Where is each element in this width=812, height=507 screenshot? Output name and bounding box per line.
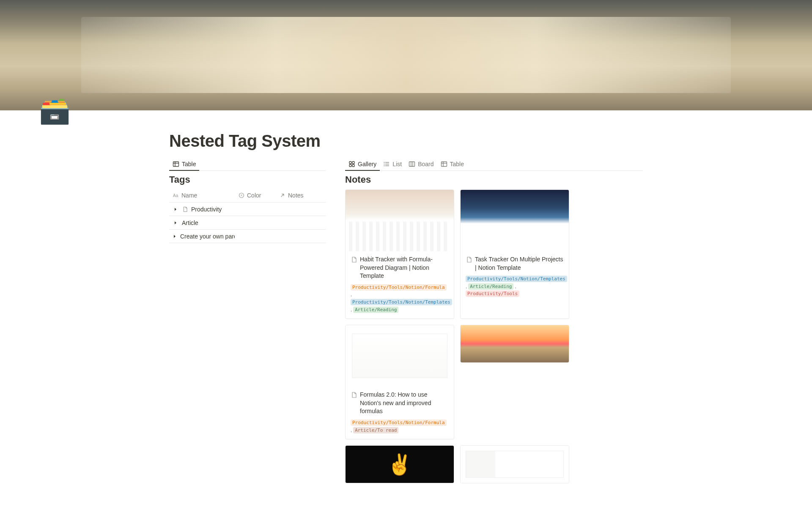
table-icon bbox=[441, 161, 447, 167]
cell-notes[interactable] bbox=[276, 234, 326, 239]
column-label: Notes bbox=[288, 192, 304, 199]
page-title[interactable]: Nested Tag System bbox=[169, 132, 643, 151]
svg-point-14 bbox=[384, 165, 385, 166]
page-icon[interactable]: 🗃️ bbox=[38, 94, 71, 127]
gallery-icon bbox=[348, 161, 355, 167]
tab-table[interactable]: Table bbox=[437, 158, 467, 171]
svg-rect-0 bbox=[173, 162, 179, 167]
table-header-row: Aa Name Color Notes bbox=[169, 189, 326, 203]
gallery-card[interactable]: Habit Tracker with Formula-Powered Diagr… bbox=[345, 189, 454, 319]
row-name: Article bbox=[182, 219, 198, 226]
relation-property-icon bbox=[279, 192, 285, 199]
tab-table[interactable]: Table bbox=[169, 158, 199, 171]
list-icon bbox=[383, 161, 390, 167]
cell-notes[interactable] bbox=[276, 207, 326, 212]
svg-point-13 bbox=[384, 164, 385, 164]
tags-view-tabs: Table bbox=[169, 158, 326, 171]
tag-separator: , bbox=[351, 292, 352, 297]
page-icon bbox=[351, 392, 357, 398]
card-title: Task Tracker On Multiple Projects | Noti… bbox=[475, 255, 564, 272]
tag-chip: Article/Reading bbox=[353, 307, 398, 313]
card-body: Formulas 2.0: How to use Notion's new an… bbox=[346, 386, 454, 439]
gallery-card[interactable] bbox=[460, 325, 569, 363]
tab-label: Table bbox=[450, 161, 464, 167]
tab-label: Board bbox=[418, 161, 433, 167]
page-icon bbox=[351, 256, 357, 263]
tag-separator: , bbox=[513, 284, 516, 289]
card-cover bbox=[346, 190, 454, 251]
cell-color[interactable] bbox=[235, 220, 276, 225]
card-cover bbox=[461, 325, 569, 362]
tab-label: List bbox=[392, 161, 402, 167]
card-cover bbox=[346, 325, 454, 386]
card-title: Habit Tracker with Formula-Powered Diagr… bbox=[360, 255, 449, 280]
tag-chip: Productivity/Tools/Notion/Templates bbox=[466, 276, 567, 282]
cell-color[interactable] bbox=[235, 207, 276, 212]
svg-rect-5 bbox=[349, 162, 351, 164]
notes-block: GalleryListBoardTable Notes Habit Tracke… bbox=[345, 158, 643, 483]
tags-block: Table Tags Aa Name Col bbox=[169, 158, 326, 243]
card-tags: Productivity/Tools/Notion/Formula , Prod… bbox=[351, 284, 449, 313]
board-icon bbox=[409, 161, 415, 167]
toggle-triangle-icon[interactable] bbox=[173, 206, 178, 212]
gallery-card[interactable]: Formulas 2.0: How to use Notion's new an… bbox=[345, 325, 454, 439]
table-row[interactable]: Article bbox=[169, 216, 326, 230]
toggle-triangle-icon[interactable] bbox=[173, 220, 178, 226]
svg-rect-15 bbox=[409, 162, 415, 167]
column-label: Color bbox=[247, 192, 261, 199]
cell-name[interactable]: Productivity bbox=[169, 203, 235, 215]
notes-gallery: Habit Tracker with Formula-Powered Diagr… bbox=[345, 189, 643, 483]
page-icon bbox=[182, 206, 189, 213]
column-notes[interactable]: Notes bbox=[276, 189, 326, 202]
toggle-triangle-icon[interactable] bbox=[173, 233, 177, 239]
svg-rect-7 bbox=[349, 164, 351, 167]
row-name: Productivity bbox=[191, 206, 222, 213]
svg-rect-18 bbox=[441, 162, 447, 167]
column-color[interactable]: Color bbox=[235, 189, 276, 202]
select-property-icon bbox=[238, 192, 244, 199]
tab-board[interactable]: Board bbox=[405, 158, 437, 171]
tab-list[interactable]: List bbox=[380, 158, 405, 171]
svg-text:Aa: Aa bbox=[173, 193, 178, 198]
svg-rect-6 bbox=[352, 162, 354, 164]
text-property-icon: Aa bbox=[173, 192, 179, 199]
svg-point-12 bbox=[384, 162, 385, 163]
cell-notes[interactable] bbox=[276, 220, 326, 225]
notes-heading[interactable]: Notes bbox=[345, 174, 643, 185]
tags-table: Aa Name Color Notes bbox=[169, 189, 326, 243]
tag-chip: Productivity/Tools bbox=[466, 290, 519, 297]
gallery-card[interactable] bbox=[345, 445, 454, 483]
card-cover bbox=[346, 446, 454, 483]
cell-name[interactable]: Create your own parent tag bbox=[169, 230, 235, 242]
tab-gallery[interactable]: Gallery bbox=[345, 158, 380, 171]
cell-color[interactable] bbox=[235, 234, 276, 239]
row-name: Create your own parent tag bbox=[180, 233, 235, 240]
tag-chip: Article/To read bbox=[353, 427, 398, 433]
tag-chip: Article/Reading bbox=[468, 283, 513, 290]
card-tags: Productivity/Tools/Notion/Formula , Arti… bbox=[351, 419, 449, 434]
tag-chip: Productivity/Tools/Notion/Templates bbox=[351, 299, 452, 305]
tab-label: Table bbox=[182, 161, 196, 167]
gallery-card[interactable] bbox=[460, 445, 569, 483]
card-cover bbox=[461, 190, 569, 251]
notes-view-tabs: GalleryListBoardTable bbox=[345, 158, 643, 171]
table-icon bbox=[173, 161, 179, 167]
card-body: Task Tracker On Multiple Projects | Noti… bbox=[461, 251, 569, 303]
card-title: Formulas 2.0: How to use Notion's new an… bbox=[360, 391, 449, 416]
column-name[interactable]: Aa Name bbox=[169, 189, 235, 202]
cell-name[interactable]: Article bbox=[169, 217, 235, 229]
tag-chip: Productivity/Tools/Notion/Formula bbox=[351, 284, 447, 290]
tab-label: Gallery bbox=[358, 161, 376, 167]
column-label: Name bbox=[181, 192, 197, 199]
table-row[interactable]: Productivity bbox=[169, 203, 326, 216]
card-cover bbox=[461, 446, 569, 483]
card-body: Habit Tracker with Formula-Powered Diagr… bbox=[346, 251, 454, 318]
table-row[interactable]: Create your own parent tag bbox=[169, 230, 326, 243]
tag-chip: Productivity/Tools/Notion/Formula bbox=[351, 419, 447, 426]
gallery-card[interactable]: Task Tracker On Multiple Projects | Noti… bbox=[460, 189, 569, 319]
page-icon bbox=[466, 256, 472, 263]
cover-image bbox=[0, 0, 812, 110]
tags-heading[interactable]: Tags bbox=[169, 174, 326, 185]
svg-rect-8 bbox=[352, 164, 354, 167]
card-tags: Productivity/Tools/Notion/Templates , Ar… bbox=[466, 275, 564, 298]
